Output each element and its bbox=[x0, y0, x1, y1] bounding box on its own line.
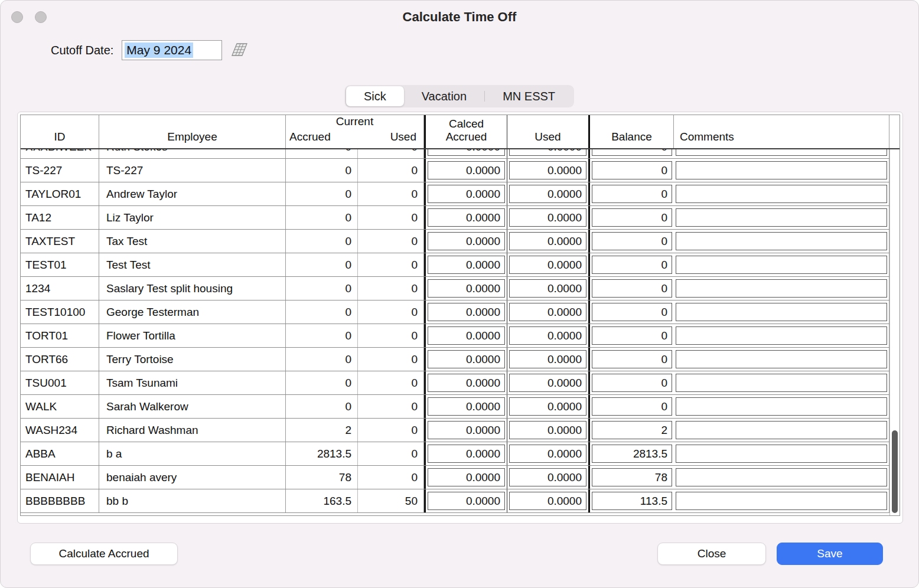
cell-calced-accrued[interactable]: 0.0000 bbox=[424, 230, 507, 253]
cell-id: TAXTEST bbox=[21, 230, 99, 253]
cell-calced-used[interactable]: 0.0000 bbox=[507, 489, 590, 512]
cell-used: 0 bbox=[358, 300, 424, 324]
cell-calced-accrued[interactable]: 0.0000 bbox=[424, 206, 507, 229]
cell-calced-used[interactable]: 0.0000 bbox=[507, 277, 590, 300]
table-row[interactable]: XXXBIWEEKRuth Stokes000.00000.00000 bbox=[21, 149, 900, 159]
cell-balance: 113.5 bbox=[590, 489, 674, 512]
table-row[interactable]: TAYLOR01Andrew Taylor000.00000.00000 bbox=[21, 182, 900, 206]
cell-accrued: 0 bbox=[286, 159, 358, 182]
cell-comments[interactable] bbox=[674, 324, 889, 347]
cell-accrued: 0 bbox=[286, 230, 358, 253]
cell-id: 1234 bbox=[21, 277, 99, 300]
cell-balance: 0 bbox=[590, 253, 674, 276]
cell-balance: 0 bbox=[590, 395, 674, 418]
tab-sick[interactable]: Sick bbox=[346, 86, 404, 106]
cell-comments[interactable] bbox=[674, 489, 889, 512]
cell-calced-accrued[interactable]: 0.0000 bbox=[424, 395, 507, 418]
tab-mn-esst[interactable]: MN ESST bbox=[485, 86, 573, 106]
cell-accrued: 0 bbox=[286, 348, 358, 371]
cell-calced-used[interactable]: 0.0000 bbox=[507, 149, 590, 158]
table-row[interactable]: BENAIAHbenaiah avery7800.00000.000078 bbox=[21, 466, 900, 489]
cell-comments[interactable] bbox=[674, 277, 889, 300]
table-row[interactable]: WASH234Richard Washman200.00000.00002 bbox=[21, 419, 900, 442]
cell-used: 0 bbox=[358, 324, 424, 347]
minimize-window-button[interactable] bbox=[35, 11, 47, 23]
cell-comments[interactable] bbox=[674, 300, 889, 324]
save-button[interactable]: Save bbox=[777, 543, 883, 565]
cell-comments[interactable] bbox=[674, 230, 889, 253]
cell-calced-accrued[interactable]: 0.0000 bbox=[424, 489, 507, 512]
cell-comments[interactable] bbox=[674, 159, 889, 182]
cell-calced-accrued[interactable]: 0.0000 bbox=[424, 466, 507, 489]
cell-used: 0 bbox=[358, 466, 424, 489]
cell-comments[interactable] bbox=[674, 466, 889, 489]
cell-calced-accrued[interactable]: 0.0000 bbox=[424, 442, 507, 465]
cell-comments[interactable] bbox=[674, 371, 889, 394]
table-row[interactable]: TA12Liz Taylor000.00000.00000 bbox=[21, 206, 900, 230]
table-row[interactable]: TSU001Tsam Tsunami000.00000.00000 bbox=[21, 371, 900, 395]
cell-calced-accrued[interactable]: 0.0000 bbox=[424, 419, 507, 442]
header-calced-used[interactable]: Used bbox=[507, 115, 590, 148]
cell-calced-accrued[interactable]: 0.0000 bbox=[424, 324, 507, 347]
cell-calced-accrued[interactable]: 0.0000 bbox=[424, 182, 507, 205]
cell-calced-used[interactable]: 0.0000 bbox=[507, 324, 590, 347]
cell-calced-used[interactable]: 0.0000 bbox=[507, 442, 590, 465]
table-row[interactable]: BBBBBBBBbb b163.5500.00000.0000113.5 bbox=[21, 489, 900, 513]
cell-calced-used[interactable]: 0.0000 bbox=[507, 159, 590, 182]
cell-comments[interactable] bbox=[674, 348, 889, 371]
vertical-scrollbar[interactable] bbox=[889, 149, 900, 515]
cell-calced-used[interactable]: 0.0000 bbox=[507, 395, 590, 418]
cell-comments[interactable] bbox=[674, 206, 889, 229]
cell-calced-used[interactable]: 0.0000 bbox=[507, 300, 590, 324]
table-row[interactable]: WALKSarah Walkerow000.00000.00000 bbox=[21, 395, 900, 419]
header-calced-accrued[interactable]: Calced Accrued bbox=[424, 115, 507, 148]
traffic-lights bbox=[11, 11, 47, 23]
table-row[interactable]: ABBAb a2813.500.00000.00002813.5 bbox=[21, 442, 900, 466]
scrollbar-thumb[interactable] bbox=[892, 430, 898, 513]
cell-comments[interactable] bbox=[674, 395, 889, 418]
close-window-button[interactable] bbox=[11, 11, 23, 23]
cell-calced-used[interactable]: 0.0000 bbox=[507, 230, 590, 253]
cell-calced-accrued[interactable]: 0.0000 bbox=[424, 300, 507, 324]
cell-calced-used[interactable]: 0.0000 bbox=[507, 419, 590, 442]
table-row[interactable]: TAXTESTTax Test000.00000.00000 bbox=[21, 230, 900, 253]
cell-calced-accrued[interactable]: 0.0000 bbox=[424, 253, 507, 276]
cell-calced-accrued[interactable]: 0.0000 bbox=[424, 348, 507, 371]
header-comments[interactable]: Comments bbox=[674, 115, 889, 148]
cell-calced-accrued[interactable]: 0.0000 bbox=[424, 371, 507, 394]
cell-calced-used[interactable]: 0.0000 bbox=[507, 371, 590, 394]
cell-calced-used[interactable]: 0.0000 bbox=[507, 466, 590, 489]
cell-calced-accrued[interactable]: 0.0000 bbox=[424, 277, 507, 300]
cell-comments[interactable] bbox=[674, 419, 889, 442]
header-balance[interactable]: Balance bbox=[590, 115, 674, 148]
header-employee[interactable]: Employee bbox=[99, 115, 286, 148]
tab-vacation[interactable]: Vacation bbox=[404, 86, 484, 106]
calendar-icon[interactable] bbox=[232, 43, 249, 58]
close-button[interactable]: Close bbox=[657, 543, 766, 565]
cell-calced-used[interactable]: 0.0000 bbox=[507, 182, 590, 205]
cell-employee: benaiah avery bbox=[99, 466, 286, 489]
cell-calced-accrued[interactable]: 0.0000 bbox=[424, 149, 507, 158]
header-id[interactable]: ID bbox=[21, 115, 99, 148]
table-row[interactable]: TORT66Terry Tortoise000.00000.00000 bbox=[21, 348, 900, 371]
cell-comments[interactable] bbox=[674, 149, 889, 158]
table-row[interactable]: TORT01Flower Tortilla000.00000.00000 bbox=[21, 324, 900, 348]
table-row[interactable]: TS-227 TS-227000.00000.00000 bbox=[21, 159, 900, 182]
cell-comments[interactable] bbox=[674, 442, 889, 465]
cell-accrued: 163.5 bbox=[286, 489, 358, 512]
cell-comments[interactable] bbox=[674, 253, 889, 276]
cell-accrued: 0 bbox=[286, 300, 358, 324]
table-row[interactable]: TEST10100George Testerman000.00000.00000 bbox=[21, 300, 900, 324]
table-row[interactable]: 1234Saslary Test split housing000.00000.… bbox=[21, 277, 900, 300]
cell-comments[interactable] bbox=[674, 182, 889, 205]
cell-employee: Tsam Tsunami bbox=[99, 371, 286, 394]
cell-calced-used[interactable]: 0.0000 bbox=[507, 348, 590, 371]
calculate-accrued-button[interactable]: Calculate Accrued bbox=[30, 543, 178, 565]
table-row[interactable]: TEST01Test Test000.00000.00000 bbox=[21, 253, 900, 277]
cell-calced-accrued[interactable]: 0.0000 bbox=[424, 159, 507, 182]
cell-balance: 2 bbox=[590, 419, 674, 442]
cell-calced-used[interactable]: 0.0000 bbox=[507, 206, 590, 229]
header-current-group[interactable]: Current Accrued Used bbox=[286, 115, 424, 148]
cell-calced-used[interactable]: 0.0000 bbox=[507, 253, 590, 276]
cutoff-date-input[interactable]: May 9 2024 bbox=[122, 40, 222, 60]
